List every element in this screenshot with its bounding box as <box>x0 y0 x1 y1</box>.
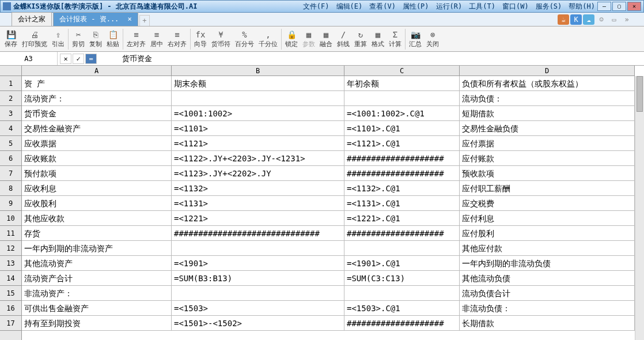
toolbar-button-关闭[interactable]: ⊗关闭 <box>424 28 441 50</box>
cell[interactable]: 一年内到期的非流动资产 <box>22 241 172 255</box>
row-header[interactable]: 3 <box>0 106 21 121</box>
column-header-C[interactable]: C <box>344 66 460 75</box>
cell[interactable] <box>344 286 460 300</box>
cell[interactable]: 可供出售金融资产 <box>22 301 172 315</box>
cell[interactable]: 持有至到期投资 <box>22 316 172 330</box>
cell[interactable]: 长期借款 <box>460 316 635 330</box>
cell[interactable]: 预收款项 <box>460 166 635 180</box>
tab-add-button[interactable]: + <box>139 15 150 26</box>
menu-item[interactable]: 运行(R) <box>434 2 465 12</box>
cell[interactable]: =<1901>.C@1 <box>344 256 460 270</box>
column-header-D[interactable]: D <box>460 66 635 75</box>
row-header[interactable]: 9 <box>0 196 21 211</box>
service-icon[interactable]: ☕ <box>558 14 569 25</box>
cell[interactable]: 流动资产： <box>22 91 172 105</box>
close-button[interactable]: ✕ <box>627 2 641 11</box>
cell[interactable] <box>172 286 344 300</box>
row-header[interactable]: 11 <box>0 226 21 241</box>
cell[interactable]: =<1101> <box>172 121 344 135</box>
formula-cancel-button[interactable]: ✕ <box>60 54 71 64</box>
toolbar-button-保存[interactable]: 💾保存 <box>2 28 20 50</box>
cell[interactable]: 应付利息 <box>460 211 635 225</box>
toolbar-button-左对齐[interactable]: ≡左对齐 <box>124 28 148 50</box>
toolbar-button-格式[interactable]: ▦格式 <box>369 28 387 50</box>
row-header[interactable]: 12 <box>0 241 21 256</box>
menu-item[interactable]: 工具(T) <box>467 2 498 12</box>
cell[interactable]: 短期借款 <box>460 106 635 120</box>
cell[interactable]: =<1131> <box>172 196 344 210</box>
cell[interactable]: #################### <box>344 166 460 180</box>
cell[interactable]: =<1501>-<1502> <box>172 316 344 330</box>
k-icon[interactable]: K <box>570 14 582 25</box>
toolbar-button-重算[interactable]: ↻重算 <box>352 28 369 50</box>
cell[interactable]: =<1121>.C@1 <box>344 136 460 150</box>
column-header-A[interactable]: A <box>22 66 172 75</box>
cell[interactable]: =SUM(C3:C13) <box>344 271 460 285</box>
cell[interactable]: 存货 <box>22 226 172 240</box>
cell[interactable]: 应付账款 <box>460 151 635 165</box>
cell[interactable]: 预付款项 <box>22 166 172 180</box>
toolbar-button-斜线[interactable]: /斜线 <box>335 28 352 50</box>
cell[interactable]: 资 产 <box>22 76 172 90</box>
cell[interactable]: =<1901> <box>172 256 344 270</box>
toolbar-button-粘贴[interactable]: 📋粘贴 <box>104 28 122 50</box>
formula-equals-button[interactable]: = <box>85 54 97 64</box>
menu-item[interactable]: 编辑(E) <box>334 2 365 12</box>
cell[interactable]: =<1132> <box>172 181 344 195</box>
cell[interactable]: #################### <box>344 226 460 240</box>
row-header[interactable]: 8 <box>0 181 21 196</box>
menu-item[interactable]: 文件(F) <box>301 2 332 12</box>
tab-report[interactable]: 会计报表 - 资... × <box>53 12 138 26</box>
row-header[interactable]: 14 <box>0 271 21 286</box>
cell[interactable]: 应收票据 <box>22 136 172 150</box>
grid-corner[interactable] <box>0 66 22 76</box>
cell[interactable]: 期末余额 <box>172 76 344 90</box>
row-header[interactable]: 15 <box>0 286 21 301</box>
cell[interactable]: 应付职工薪酬 <box>460 181 635 195</box>
row-header[interactable]: 10 <box>0 211 21 226</box>
cell[interactable]: 其他应付款 <box>460 241 635 255</box>
cell[interactable]: 一年内到期的非流动负债 <box>460 256 635 270</box>
more-icon[interactable]: » <box>621 14 632 25</box>
toolbar-button-计算[interactable]: Σ计算 <box>387 28 404 50</box>
maximize-button[interactable]: ▢ <box>612 2 626 11</box>
toolbar-button-货币符[interactable]: ¥货币符 <box>209 28 233 50</box>
cell[interactable]: =<1101>.C@1 <box>344 121 460 135</box>
cell[interactable]: 其他流动负债 <box>460 271 635 285</box>
menu-item[interactable]: 查看(V) <box>367 2 398 12</box>
row-header[interactable]: 17 <box>0 316 21 331</box>
menu-item[interactable]: 服务(S) <box>533 2 565 12</box>
cell[interactable]: 负债和所有者权益（或股东权益） <box>460 76 635 90</box>
toolbar-button-引出[interactable]: ⇪引出 <box>50 28 67 50</box>
toolbar-button-剪切[interactable]: ✂剪切 <box>70 28 87 50</box>
cell[interactable] <box>344 91 460 105</box>
tab-home[interactable]: 会计之家 <box>12 12 52 26</box>
row-header[interactable]: 2 <box>0 91 21 106</box>
cell[interactable]: =<1503> <box>172 301 344 315</box>
minimize-button[interactable]: — <box>597 2 611 11</box>
cell[interactable]: #################### <box>344 316 460 330</box>
cell[interactable]: =<1122>.JY+<2203>.JY-<1231> <box>172 151 344 165</box>
cell[interactable] <box>344 241 460 255</box>
toolbar-button-融合[interactable]: ▦融合 <box>317 28 335 50</box>
cell[interactable]: =<1001:1002> <box>172 106 344 120</box>
cell[interactable]: 年初余额 <box>344 76 460 90</box>
toolbar-button-百分号[interactable]: %百分号 <box>233 28 256 50</box>
formula-input[interactable] <box>99 52 644 65</box>
spreadsheet-grid[interactable]: ABCD 1234567891011121314151617 资 产期末余额年初… <box>0 66 644 340</box>
cell[interactable]: 应付票据 <box>460 136 635 150</box>
row-header[interactable]: 6 <box>0 151 21 166</box>
menu-item[interactable]: 属性(P) <box>400 2 431 12</box>
chat-icon[interactable]: ▭ <box>608 14 620 25</box>
toolbar-button-参数[interactable]: ▦参数 <box>300 28 317 50</box>
cell[interactable]: 应收利息 <box>22 181 172 195</box>
cell[interactable]: =<1121> <box>172 136 344 150</box>
cell[interactable] <box>172 241 344 255</box>
tab-close-icon[interactable]: × <box>128 15 132 23</box>
toolbar-button-锁定[interactable]: 🔒锁定 <box>283 28 300 50</box>
cell[interactable]: ############################## <box>172 226 344 240</box>
formula-confirm-button[interactable]: ✓ <box>73 54 84 64</box>
cell[interactable]: =<1503>.C@1 <box>344 301 460 315</box>
row-header[interactable]: 5 <box>0 136 21 151</box>
toolbar-button-向导[interactable]: fx向导 <box>192 28 209 50</box>
